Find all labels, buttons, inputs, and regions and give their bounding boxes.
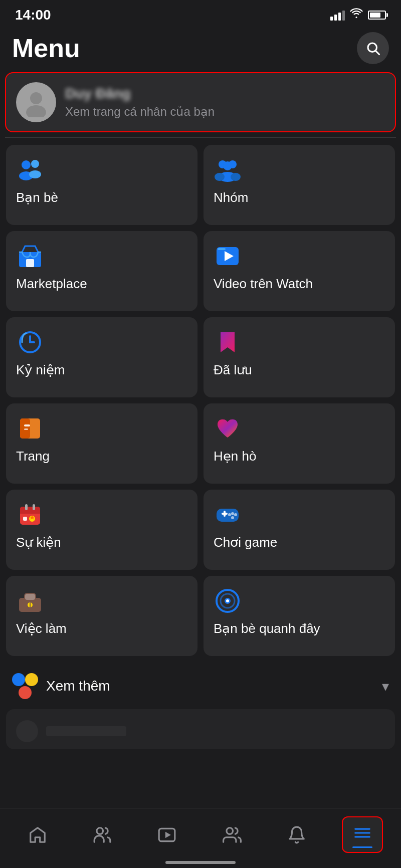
search-icon [365,41,380,56]
profile-info: Duy Đăng Xem trang cá nhân của bạn [65,86,385,119]
menu-item-pages[interactable]: Trang [6,403,197,484]
profile-section[interactable]: Duy Đăng Xem trang cá nhân của bạn [5,72,396,132]
status-icons [330,8,386,22]
watch-nav-icon [155,823,178,846]
status-bar: 14:00 [0,0,401,27]
nav-active-indicator [352,846,372,848]
svg-point-38 [228,513,231,516]
svg-rect-26 [20,511,40,514]
friends-icon [16,156,44,184]
groups-label: Nhóm [214,190,385,205]
bottom-nav [0,808,401,868]
groups-nav-icon [221,823,244,846]
svg-point-6 [31,160,39,168]
avatar-icon [21,87,51,117]
status-time: 14:00 [15,7,51,23]
svg-point-48 [97,827,103,834]
jobs-label: Việc làm [16,621,187,636]
nav-item-groups[interactable] [213,819,252,850]
menu-item-memories[interactable]: Kỷ niệm [6,317,197,397]
home-indicator [165,861,236,864]
nav-item-notifications[interactable] [277,819,316,850]
svg-point-13 [231,173,241,181]
svg-point-4 [22,160,31,169]
watch-icon [214,242,242,270]
svg-rect-23 [24,428,28,430]
events-icon [16,501,44,529]
menu-item-friends[interactable]: Bạn bè [6,145,197,225]
menu-item-watch[interactable]: Video trên Watch [204,231,395,311]
menu-item-saved[interactable]: Đã lưu [204,317,395,397]
menu-item-events[interactable]: Sự kiện [6,490,197,570]
svg-rect-28 [33,504,35,510]
menu-item-jobs[interactable]: Việc làm [6,576,197,656]
groups-icon [214,156,242,184]
menu-grid: Bạn bè Nhóm Marketplace [0,138,401,663]
profile-subtitle: Xem trang cá nhân của bạn [65,105,385,119]
page-title: Menu [12,33,80,63]
dot-yellow [25,673,38,686]
see-more-label: Xem thêm [46,678,110,694]
gaming-icon [214,501,242,529]
marketplace-label: Marketplace [16,276,187,292]
menu-item-groups[interactable]: Nhóm [204,145,395,225]
marketplace-icon [16,242,44,270]
svg-rect-18 [218,248,226,250]
dating-icon [214,414,242,443]
battery-icon [368,11,386,20]
svg-rect-41 [25,594,35,600]
memories-label: Kỷ niệm [16,362,187,378]
menu-item-gaming[interactable]: Chơi game [204,490,395,570]
nav-item-friends[interactable] [83,819,122,850]
partial-section [6,709,395,749]
svg-rect-27 [25,504,28,510]
nearby-label: Bạn bè quanh đây [214,621,385,636]
svg-rect-34 [224,511,226,517]
home-icon [26,823,49,846]
menu-nav-icon [351,821,374,844]
svg-point-51 [227,827,233,834]
saved-label: Đã lưu [214,362,385,378]
nearby-icon [214,587,242,615]
svg-marker-50 [165,831,171,838]
svg-point-10 [223,161,232,170]
svg-point-2 [30,92,42,104]
memories-icon [16,328,44,356]
friends-label: Bạn bè [16,190,187,205]
see-more-section[interactable]: Xem thêm ▾ [0,663,401,709]
nav-item-home[interactable] [18,819,57,850]
menu-item-nearby[interactable]: Bạn bè quanh đây [204,576,395,656]
pages-icon [16,414,44,443]
svg-rect-15 [26,259,34,267]
svg-line-1 [376,51,379,55]
search-button[interactable] [357,32,389,64]
avatar [16,82,56,122]
svg-point-35 [231,512,234,515]
dot-red [19,686,32,699]
friends-nav-icon [91,823,114,846]
profile-name: Duy Đăng [65,86,385,102]
svg-point-7 [29,170,41,178]
wifi-icon [350,8,363,22]
svg-point-37 [231,516,234,519]
svg-point-3 [26,105,46,117]
svg-point-36 [234,513,237,516]
see-more-left: Xem thêm [12,673,110,699]
gaming-label: Chơi game [214,535,385,550]
svg-rect-29 [23,517,27,521]
nav-item-menu[interactable] [342,816,383,853]
svg-point-12 [215,173,225,181]
pages-label: Trang [16,449,187,464]
svg-point-47 [226,599,229,602]
header: Menu [0,27,401,72]
watch-label: Video trên Watch [214,276,385,292]
see-more-icons [12,673,38,699]
nav-item-watch[interactable] [147,819,186,850]
menu-item-dating[interactable]: Hẹn hò [204,403,395,484]
signal-icon [330,10,345,21]
svg-rect-22 [24,424,30,426]
dot-blue [12,673,25,686]
chevron-down-icon: ▾ [382,678,389,695]
menu-item-marketplace[interactable]: Marketplace [6,231,197,311]
events-label: Sự kiện [16,535,187,550]
